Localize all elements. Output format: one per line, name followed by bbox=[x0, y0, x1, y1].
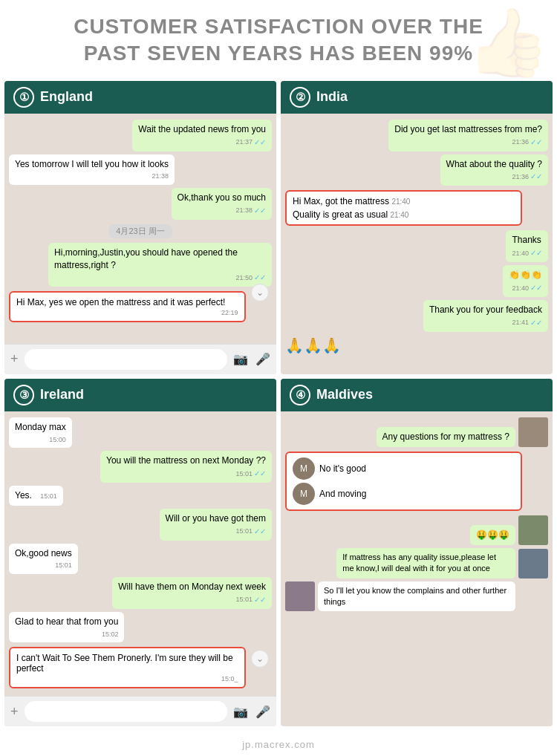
msg-recv: Ok,good news 15:01 bbox=[9, 544, 78, 574]
add-icon[interactable]: + bbox=[10, 704, 19, 720]
msg-sent: Did you get last mattresses from me? 21:… bbox=[388, 120, 548, 151]
msg-sent: Thanks 21:40✓✓ bbox=[506, 230, 548, 262]
expand-arrow[interactable]: ⌄ bbox=[251, 284, 269, 302]
chat-num-3: ③ bbox=[13, 385, 34, 405]
msg-recv: So I'll let you know the complains and o… bbox=[318, 581, 515, 612]
chat-input-bar-ireland: + 📷 🎤 bbox=[4, 696, 276, 726]
msg-sent: Any questions for my mattress ? bbox=[377, 427, 515, 447]
msg-row-quality: If mattress has any quality issue,please… bbox=[285, 548, 548, 579]
header-title: CUSTOMER SATISFACTION OVER THE PAST SEVE… bbox=[15, 13, 542, 68]
chats-grid: ① England Wait the updated news from you… bbox=[0, 78, 557, 734]
msg-sent: Ok,thank you so much 21:38✓✓ bbox=[172, 188, 272, 220]
thumb-image bbox=[518, 515, 548, 545]
msg-recv: Yes tomorrow I will tell you how it look… bbox=[9, 154, 175, 185]
chat-england: ① England Wait the updated news from you… bbox=[4, 81, 276, 374]
chat-num-4: ④ bbox=[290, 385, 310, 405]
chat-header-england: ① England bbox=[4, 81, 276, 114]
chat-header-maldives: ④ Maldives bbox=[281, 379, 553, 411]
expand-arrow-ireland[interactable]: ⌄ bbox=[251, 650, 269, 668]
emoji-recv: 🙏🙏🙏 bbox=[285, 336, 341, 354]
input-icons: 📷 🎤 bbox=[233, 352, 270, 366]
thumb-image bbox=[518, 549, 548, 579]
chat-body-ireland: Monday max 15:00 You will the mattress o… bbox=[4, 411, 276, 696]
msg-sent: What about the quality ? 21:36✓✓ bbox=[440, 154, 548, 186]
msg-row-recv: So I'll let you know the complains and o… bbox=[285, 581, 548, 612]
chat-country-3: Ireland bbox=[40, 387, 84, 403]
msg-sent-emoji: 🤑🤑🤑 bbox=[470, 525, 515, 545]
msg-row-emoji: 🤑🤑🤑 bbox=[285, 515, 548, 545]
msg-sent-emoji: 👏👏👏 21:40✓✓ bbox=[503, 265, 548, 297]
watermark: jp.macrex.com bbox=[0, 739, 557, 750]
message-input[interactable] bbox=[25, 349, 227, 370]
thumb-image bbox=[285, 581, 315, 611]
chat-body-maldives: Any questions for my mattress ? M No it'… bbox=[281, 411, 553, 642]
msg-sent: If mattress has any quality issue,please… bbox=[336, 548, 515, 579]
mic-icon[interactable]: 🎤 bbox=[255, 705, 270, 719]
msg-sent: Hi,morning,Justin,you should have opened… bbox=[48, 243, 272, 287]
msg-recv: Yes. 15:01 bbox=[9, 486, 63, 506]
chat-header-ireland: ③ Ireland bbox=[4, 379, 276, 411]
avatar: M bbox=[293, 483, 315, 505]
thumbs-up-icon: 👍 bbox=[466, 4, 550, 82]
msg-sent: Will or you have got them 15:01✓✓ bbox=[160, 509, 272, 541]
highlighted-msg-maldives: M No it's good M And moving bbox=[285, 452, 522, 511]
avatar: M bbox=[293, 457, 315, 480]
highlighted-msg-england: Hi Max, yes we open the mattress and it … bbox=[9, 291, 246, 322]
msg-sent: Wait the updated news from you 21:37✓✓ bbox=[132, 120, 272, 151]
chat-india: ② India Did you get last mattresses from… bbox=[281, 81, 553, 374]
msg-sent: You will the mattress on next Monday ?? … bbox=[100, 451, 272, 483]
input-icons-ireland: 📷 🎤 bbox=[233, 705, 270, 719]
chat-header-india: ② India bbox=[281, 81, 553, 114]
chat-country-2: India bbox=[316, 89, 348, 105]
message-input-ireland[interactable] bbox=[25, 701, 227, 722]
msg-sent: Thank you for your feedback 21:41✓✓ bbox=[423, 300, 548, 332]
chat-input-bar-england: + 📷 🎤 bbox=[4, 344, 276, 374]
mic-icon[interactable]: 🎤 bbox=[255, 352, 270, 366]
chat-country-1: England bbox=[40, 89, 93, 105]
thumb-image bbox=[518, 417, 548, 447]
msg-row-sent: Any questions for my mattress ? bbox=[285, 417, 548, 447]
chat-body-india: Did you get last mattresses from me? 21:… bbox=[281, 114, 553, 362]
date-divider: 4月23日 周一 bbox=[108, 224, 172, 238]
msg-recv: Glad to hear that from you 15:02 bbox=[9, 612, 124, 642]
msg-recv: Monday max 15:00 bbox=[9, 417, 72, 448]
add-icon[interactable]: + bbox=[10, 351, 19, 367]
chat-country-4: Maldives bbox=[316, 387, 373, 403]
chat-num-2: ② bbox=[290, 87, 310, 108]
camera-icon[interactable]: 📷 bbox=[233, 705, 248, 719]
chat-ireland: ③ Ireland Monday max 15:00 You will the … bbox=[4, 379, 276, 726]
header-section: 👍 CUSTOMER SATISFACTION OVER THE PAST SE… bbox=[0, 0, 557, 78]
chat-body-england: Wait the updated news from you 21:37✓✓ Y… bbox=[4, 114, 276, 344]
chat-num-1: ① bbox=[13, 87, 34, 108]
camera-icon[interactable]: 📷 bbox=[233, 352, 248, 366]
highlighted-msg-india: Hi Max, got the mattress 21:40 Quality i… bbox=[285, 190, 522, 226]
msg-sent: Will have them on Monday next week 15:01… bbox=[112, 577, 272, 609]
highlighted-msg-ireland: I can't Wait To See Them Pronerly. I'm s… bbox=[9, 647, 246, 688]
chat-maldives: ④ Maldives Any questions for my mattress… bbox=[281, 379, 553, 726]
